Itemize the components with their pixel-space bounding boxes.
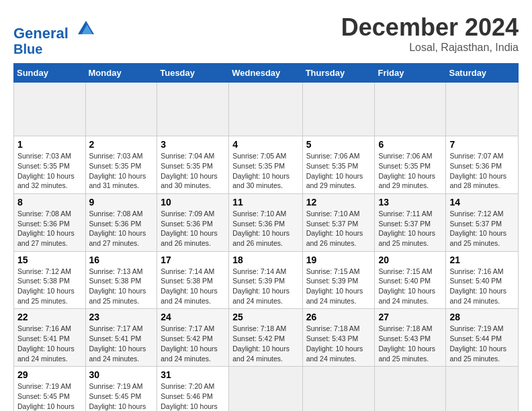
day-info: Sunrise: 7:05 AMSunset: 5:35 PMDaylight:… bbox=[232, 151, 298, 191]
col-sunday: Sunday bbox=[14, 64, 86, 83]
calendar-day-cell: 25Sunrise: 7:18 AMSunset: 5:42 PMDayligh… bbox=[229, 309, 302, 367]
day-number: 26 bbox=[306, 312, 371, 322]
calendar-week-row: 15Sunrise: 7:12 AMSunset: 5:38 PMDayligh… bbox=[14, 251, 519, 309]
calendar-week-row: 8Sunrise: 7:08 AMSunset: 5:36 PMDaylight… bbox=[14, 193, 519, 251]
day-info: Sunrise: 7:04 AMSunset: 5:35 PMDaylight:… bbox=[161, 151, 225, 191]
calendar-day-cell bbox=[302, 367, 375, 411]
calendar-day-cell bbox=[302, 83, 375, 136]
calendar-day-cell: 23Sunrise: 7:17 AMSunset: 5:41 PMDayligh… bbox=[85, 309, 157, 367]
day-number: 3 bbox=[161, 139, 225, 150]
day-info: Sunrise: 7:09 AMSunset: 5:36 PMDaylight:… bbox=[161, 209, 225, 248]
calendar-day-cell: 29Sunrise: 7:19 AMSunset: 5:45 PMDayligh… bbox=[14, 367, 86, 411]
calendar-day-cell bbox=[446, 83, 519, 136]
calendar-day-cell: 4Sunrise: 7:05 AMSunset: 5:35 PMDaylight… bbox=[229, 136, 302, 194]
day-number: 30 bbox=[89, 369, 154, 380]
calendar-day-cell: 14Sunrise: 7:12 AMSunset: 5:37 PMDayligh… bbox=[446, 193, 519, 251]
day-number: 29 bbox=[17, 369, 82, 380]
day-number: 31 bbox=[161, 369, 225, 380]
calendar-day-cell bbox=[375, 367, 446, 411]
day-number: 6 bbox=[378, 139, 442, 150]
day-info: Sunrise: 7:10 AMSunset: 5:36 PMDaylight:… bbox=[232, 209, 298, 248]
day-number: 22 bbox=[17, 312, 82, 322]
day-number: 20 bbox=[378, 255, 442, 265]
day-number: 10 bbox=[161, 197, 225, 208]
day-info: Sunrise: 7:18 AMSunset: 5:42 PMDaylight:… bbox=[232, 324, 298, 363]
calendar-day-cell: 10Sunrise: 7:09 AMSunset: 5:36 PMDayligh… bbox=[157, 193, 229, 251]
day-number: 19 bbox=[306, 255, 371, 265]
calendar-day-cell bbox=[85, 83, 157, 136]
day-number: 21 bbox=[449, 255, 515, 265]
day-info: Sunrise: 7:15 AMSunset: 5:39 PMDaylight:… bbox=[306, 267, 371, 306]
calendar-day-cell: 3Sunrise: 7:04 AMSunset: 5:35 PMDaylight… bbox=[157, 136, 229, 194]
calendar-day-cell: 28Sunrise: 7:19 AMSunset: 5:44 PMDayligh… bbox=[446, 309, 519, 367]
calendar-day-cell bbox=[229, 367, 302, 411]
calendar-day-cell: 7Sunrise: 7:07 AMSunset: 5:36 PMDaylight… bbox=[446, 136, 519, 194]
calendar-week-row bbox=[14, 83, 519, 136]
weekday-header-row: Sunday Monday Tuesday Wednesday Thursday… bbox=[14, 64, 519, 83]
col-saturday: Saturday bbox=[446, 64, 519, 83]
day-info: Sunrise: 7:10 AMSunset: 5:37 PMDaylight:… bbox=[306, 209, 371, 248]
day-number: 13 bbox=[378, 197, 442, 208]
col-monday: Monday bbox=[85, 64, 157, 83]
day-info: Sunrise: 7:17 AMSunset: 5:42 PMDaylight:… bbox=[161, 324, 225, 363]
day-number: 27 bbox=[378, 312, 442, 322]
day-number: 25 bbox=[232, 312, 298, 322]
calendar-day-cell: 18Sunrise: 7:14 AMSunset: 5:39 PMDayligh… bbox=[229, 251, 302, 309]
calendar-header: Sunday Monday Tuesday Wednesday Thursday… bbox=[14, 64, 519, 83]
calendar-day-cell: 13Sunrise: 7:11 AMSunset: 5:37 PMDayligh… bbox=[375, 193, 446, 251]
calendar-day-cell: 20Sunrise: 7:15 AMSunset: 5:40 PMDayligh… bbox=[375, 251, 446, 309]
day-info: Sunrise: 7:12 AMSunset: 5:38 PMDaylight:… bbox=[17, 267, 82, 306]
calendar-day-cell: 11Sunrise: 7:10 AMSunset: 5:36 PMDayligh… bbox=[229, 193, 302, 251]
day-info: Sunrise: 7:14 AMSunset: 5:39 PMDaylight:… bbox=[232, 267, 298, 306]
calendar-day-cell bbox=[446, 367, 519, 411]
calendar-day-cell: 26Sunrise: 7:18 AMSunset: 5:43 PMDayligh… bbox=[302, 309, 375, 367]
calendar-week-row: 22Sunrise: 7:16 AMSunset: 5:41 PMDayligh… bbox=[14, 309, 519, 367]
calendar-day-cell: 6Sunrise: 7:06 AMSunset: 5:35 PMDaylight… bbox=[375, 136, 446, 194]
calendar-day-cell bbox=[157, 83, 229, 136]
day-info: Sunrise: 7:16 AMSunset: 5:40 PMDaylight:… bbox=[449, 267, 515, 306]
col-friday: Friday bbox=[375, 64, 446, 83]
logo-icon bbox=[75, 17, 97, 38]
calendar-day-cell: 31Sunrise: 7:20 AMSunset: 5:46 PMDayligh… bbox=[157, 367, 229, 411]
day-number: 7 bbox=[449, 139, 515, 150]
calendar-day-cell: 5Sunrise: 7:06 AMSunset: 5:35 PMDaylight… bbox=[302, 136, 375, 194]
calendar-day-cell bbox=[229, 83, 302, 136]
day-info: Sunrise: 7:11 AMSunset: 5:37 PMDaylight:… bbox=[378, 209, 442, 248]
day-info: Sunrise: 7:19 AMSunset: 5:45 PMDaylight:… bbox=[17, 381, 82, 411]
col-wednesday: Wednesday bbox=[229, 64, 302, 83]
day-number: 17 bbox=[161, 255, 225, 265]
day-info: Sunrise: 7:19 AMSunset: 5:45 PMDaylight:… bbox=[89, 381, 154, 411]
calendar-day-cell: 17Sunrise: 7:14 AMSunset: 5:38 PMDayligh… bbox=[157, 251, 229, 309]
day-info: Sunrise: 7:20 AMSunset: 5:46 PMDaylight:… bbox=[161, 381, 225, 411]
day-info: Sunrise: 7:19 AMSunset: 5:44 PMDaylight:… bbox=[449, 324, 515, 363]
calendar-week-row: 29Sunrise: 7:19 AMSunset: 5:45 PMDayligh… bbox=[14, 367, 519, 411]
calendar-day-cell: 24Sunrise: 7:17 AMSunset: 5:42 PMDayligh… bbox=[157, 309, 229, 367]
calendar-body: 1Sunrise: 7:03 AMSunset: 5:35 PMDaylight… bbox=[14, 83, 519, 411]
day-number: 2 bbox=[89, 139, 154, 150]
calendar-week-row: 1Sunrise: 7:03 AMSunset: 5:35 PMDaylight… bbox=[14, 136, 519, 194]
day-info: Sunrise: 7:17 AMSunset: 5:41 PMDaylight:… bbox=[89, 324, 154, 363]
logo-general: General bbox=[13, 25, 69, 42]
day-info: Sunrise: 7:03 AMSunset: 5:35 PMDaylight:… bbox=[17, 151, 82, 191]
calendar-day-cell bbox=[14, 83, 86, 136]
logo-blue: Blue bbox=[13, 42, 97, 56]
day-number: 24 bbox=[161, 312, 225, 322]
day-info: Sunrise: 7:06 AMSunset: 5:35 PMDaylight:… bbox=[378, 151, 442, 191]
logo: General Blue bbox=[13, 17, 97, 56]
calendar-day-cell: 1Sunrise: 7:03 AMSunset: 5:35 PMDaylight… bbox=[14, 136, 86, 194]
calendar-day-cell: 9Sunrise: 7:08 AMSunset: 5:36 PMDaylight… bbox=[85, 193, 157, 251]
day-info: Sunrise: 7:08 AMSunset: 5:36 PMDaylight:… bbox=[89, 209, 154, 248]
col-tuesday: Tuesday bbox=[157, 64, 229, 83]
calendar-day-cell: 16Sunrise: 7:13 AMSunset: 5:38 PMDayligh… bbox=[85, 251, 157, 309]
day-info: Sunrise: 7:12 AMSunset: 5:37 PMDaylight:… bbox=[449, 209, 515, 248]
day-number: 16 bbox=[89, 255, 154, 265]
calendar-day-cell: 27Sunrise: 7:18 AMSunset: 5:43 PMDayligh… bbox=[375, 309, 446, 367]
day-info: Sunrise: 7:08 AMSunset: 5:36 PMDaylight:… bbox=[17, 209, 82, 248]
calendar-day-cell bbox=[375, 83, 446, 136]
month-year-title: December 2024 bbox=[341, 13, 519, 42]
page-header: General Blue December 2024 Losal, Rajast… bbox=[13, 13, 519, 56]
day-number: 9 bbox=[89, 197, 154, 208]
day-number: 5 bbox=[306, 139, 371, 150]
title-block: December 2024 Losal, Rajasthan, India bbox=[341, 13, 519, 54]
day-info: Sunrise: 7:18 AMSunset: 5:43 PMDaylight:… bbox=[306, 324, 371, 363]
